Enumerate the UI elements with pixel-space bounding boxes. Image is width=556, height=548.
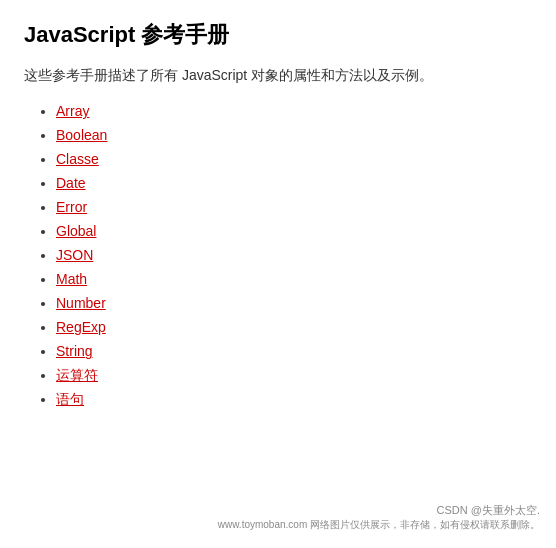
list-item: Boolean: [56, 128, 532, 142]
watermark-site: CSDN @失重外太空.: [437, 504, 540, 516]
list-item: String: [56, 344, 532, 358]
list-item: RegExp: [56, 320, 532, 334]
link-Array[interactable]: Array: [56, 103, 89, 119]
link-Math[interactable]: Math: [56, 271, 87, 287]
list-item: JSON: [56, 248, 532, 262]
link-Number[interactable]: Number: [56, 295, 106, 311]
reference-link-list: ArrayBooleanClasseDateErrorGlobalJSONMat…: [24, 104, 532, 406]
link-Global[interactable]: Global: [56, 223, 96, 239]
watermark: CSDN @失重外太空. www.toymoban.com 网络图片仅供展示，非…: [218, 503, 540, 532]
link-语句[interactable]: 语句: [56, 391, 84, 407]
list-item: Error: [56, 200, 532, 214]
link-Date[interactable]: Date: [56, 175, 86, 191]
list-item: 运算符: [56, 368, 532, 382]
page-description: 这些参考手册描述了所有 JavaScript 对象的属性和方法以及示例。: [24, 64, 532, 86]
link-RegExp[interactable]: RegExp: [56, 319, 106, 335]
link-Boolean[interactable]: Boolean: [56, 127, 107, 143]
link-JSON[interactable]: JSON: [56, 247, 93, 263]
list-item: Global: [56, 224, 532, 238]
list-item: Math: [56, 272, 532, 286]
page-title: JavaScript 参考手册: [24, 20, 532, 50]
watermark-url: www.toymoban.com 网络图片仅供展示，非存储，如有侵权请联系删除。: [218, 518, 540, 532]
link-运算符[interactable]: 运算符: [56, 367, 98, 383]
link-String[interactable]: String: [56, 343, 93, 359]
list-item: 语句: [56, 392, 532, 406]
list-item: Date: [56, 176, 532, 190]
link-Classe[interactable]: Classe: [56, 151, 99, 167]
list-item: Classe: [56, 152, 532, 166]
list-item: Array: [56, 104, 532, 118]
link-Error[interactable]: Error: [56, 199, 87, 215]
list-item: Number: [56, 296, 532, 310]
